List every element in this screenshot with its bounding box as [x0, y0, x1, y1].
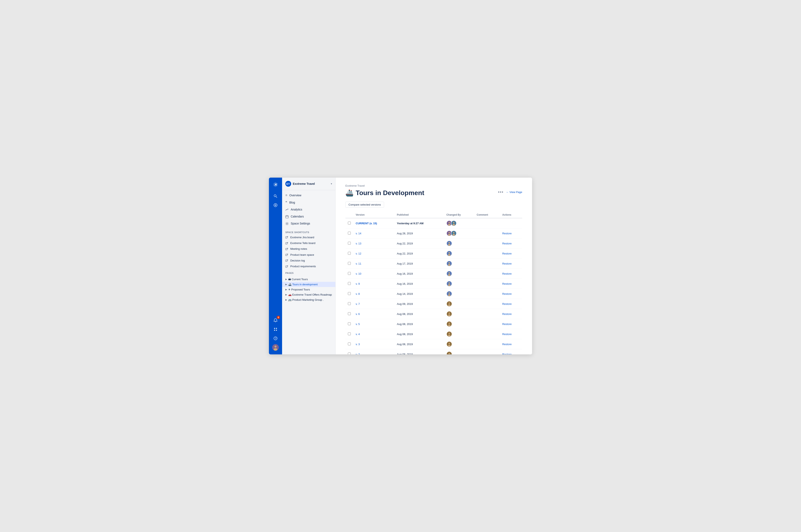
page-product-marketing[interactable]: ▶ 🚌 Product Marketing Group .	[282, 297, 335, 302]
comment-cell	[474, 279, 500, 289]
external-link-icon-5	[285, 259, 288, 262]
row-checkbox-4[interactable]	[348, 262, 351, 265]
help-icon[interactable]: ?	[272, 335, 279, 342]
page-tours-in-development[interactable]: ▶ 🚢 Tours in development	[282, 282, 335, 287]
comment-cell	[474, 218, 500, 228]
version-link[interactable]: v. 2	[356, 353, 360, 355]
row-checkbox-10[interactable]	[348, 322, 351, 325]
avatar-group	[446, 311, 472, 317]
version-link[interactable]: CURRENT (v. 15)	[356, 222, 377, 225]
row-checkbox-13[interactable]	[348, 353, 351, 355]
restore-button[interactable]: Restore	[502, 312, 512, 316]
shortcut-tello-board[interactable]: Exxtreme Tello board	[282, 240, 335, 246]
restore-button[interactable]: Restore	[502, 262, 512, 265]
user-avatar	[446, 321, 452, 327]
analytics-icon	[285, 208, 289, 211]
restore-button[interactable]: Restore	[502, 242, 512, 245]
version-link[interactable]: v. 10	[356, 272, 361, 275]
expand-icon-3: ▶	[285, 288, 287, 291]
sidebar-item-calendars[interactable]: Calendars	[282, 213, 335, 220]
restore-button[interactable]: Restore	[502, 272, 512, 275]
avatar-group	[446, 251, 472, 256]
shortcut-meeting-notes[interactable]: Meeting notes	[282, 246, 335, 252]
add-icon[interactable]	[272, 202, 279, 209]
row-checkbox-0[interactable]	[348, 222, 351, 225]
row-checkbox-7[interactable]	[348, 292, 351, 295]
user-avatar	[446, 331, 452, 337]
row-checkbox-1[interactable]	[348, 232, 351, 234]
page-label-4: 🚗 Exxtreme Travel Offers Roadmap	[288, 293, 332, 296]
version-link[interactable]: v. 6	[356, 312, 360, 316]
sidebar-item-space-settings[interactable]: Space Settings	[282, 220, 335, 227]
version-link[interactable]: v. 8	[356, 292, 360, 296]
svg-point-47	[449, 262, 450, 264]
restore-button[interactable]: Restore	[502, 282, 512, 285]
row-checkbox-5[interactable]	[348, 272, 351, 275]
version-link[interactable]: v. 7	[356, 302, 360, 305]
shortcut-product-team[interactable]: Product team space	[282, 252, 335, 258]
published-date: Aug 14, 2019	[397, 292, 413, 296]
restore-button[interactable]: Restore	[502, 323, 512, 326]
row-checkbox-6[interactable]	[348, 282, 351, 285]
restore-button[interactable]: Restore	[502, 292, 512, 296]
version-link[interactable]: v. 5	[356, 323, 360, 326]
svg-point-44	[449, 252, 450, 253]
sidebar-item-overview[interactable]: ≡ Overview	[282, 192, 335, 199]
restore-button[interactable]: Restore	[502, 343, 512, 346]
sidebar-item-blog[interactable]: ❝ Blog	[282, 199, 335, 206]
grid-icon[interactable]	[272, 326, 279, 333]
shortcut-jira-board[interactable]: Exxtreme Jira board	[282, 234, 335, 240]
search-icon[interactable]	[272, 192, 279, 200]
svg-point-41	[449, 242, 450, 243]
shortcut-product-requirements[interactable]: Product requirements	[282, 263, 335, 269]
version-link[interactable]: v. 12	[356, 252, 361, 255]
more-options-button[interactable]: •••	[498, 190, 503, 194]
version-link[interactable]: v. 11	[356, 262, 361, 265]
row-checkbox-2[interactable]	[348, 242, 351, 245]
svg-point-57	[448, 294, 451, 296]
page-current-tours[interactable]: ▶ 🏔 Current Tours	[282, 277, 335, 282]
decision-log-label: Decision log	[290, 259, 305, 262]
comment-cell	[474, 239, 500, 249]
comment-cell	[474, 329, 500, 339]
row-checkbox-12[interactable]	[348, 342, 351, 345]
compare-versions-button[interactable]: Compare selected versions	[345, 202, 384, 208]
version-link[interactable]: v. 13	[356, 242, 361, 245]
restore-button[interactable]: Restore	[502, 302, 512, 305]
user-avatar	[446, 271, 452, 277]
svg-point-14	[274, 348, 278, 351]
version-link[interactable]: v. 9	[356, 282, 360, 285]
view-page-button[interactable]: ← View Page	[506, 191, 522, 194]
shortcut-decision-log[interactable]: Decision log	[282, 258, 335, 263]
col-version: Version	[353, 212, 394, 218]
app-logo[interactable]: ✕	[272, 181, 279, 188]
user-avatar	[446, 341, 452, 347]
space-settings-label: Space Settings	[291, 222, 310, 225]
comment-cell	[474, 309, 500, 319]
notifications-area: 6	[272, 317, 279, 324]
svg-point-51	[448, 274, 451, 276]
row-checkbox-9[interactable]	[348, 312, 351, 315]
blog-label: Blog	[289, 201, 295, 204]
external-link-icon-2	[285, 241, 288, 245]
page-offers-roadmap[interactable]: ▶ 🚗 Exxtreme Travel Offers Roadmap	[282, 292, 335, 297]
versions-table: Version Published Changed By Comment Act…	[345, 212, 522, 355]
restore-button[interactable]: Restore	[502, 232, 512, 235]
external-link-icon-6	[285, 265, 288, 268]
version-link[interactable]: v. 14	[356, 232, 361, 235]
icon-nav: ✕ 6	[269, 177, 282, 355]
row-checkbox-3[interactable]	[348, 252, 351, 255]
version-link[interactable]: v. 3	[356, 343, 360, 346]
restore-button[interactable]: Restore	[502, 353, 512, 355]
version-link[interactable]: v. 4	[356, 332, 360, 336]
restore-button[interactable]: Restore	[502, 332, 512, 336]
user-avatar[interactable]	[272, 344, 279, 351]
sidebar-item-analytics[interactable]: Analytics	[282, 206, 335, 213]
user-avatar	[446, 301, 452, 307]
sidebar-header[interactable]: ET Exxtreme Travel ▾	[282, 177, 335, 190]
row-checkbox-11[interactable]	[348, 332, 351, 335]
restore-button[interactable]: Restore	[502, 252, 512, 255]
row-checkbox-8[interactable]	[348, 302, 351, 305]
avatar-group	[446, 261, 472, 266]
page-proposed-tours[interactable]: ▶ ✈ Proposed Tours	[282, 287, 335, 292]
